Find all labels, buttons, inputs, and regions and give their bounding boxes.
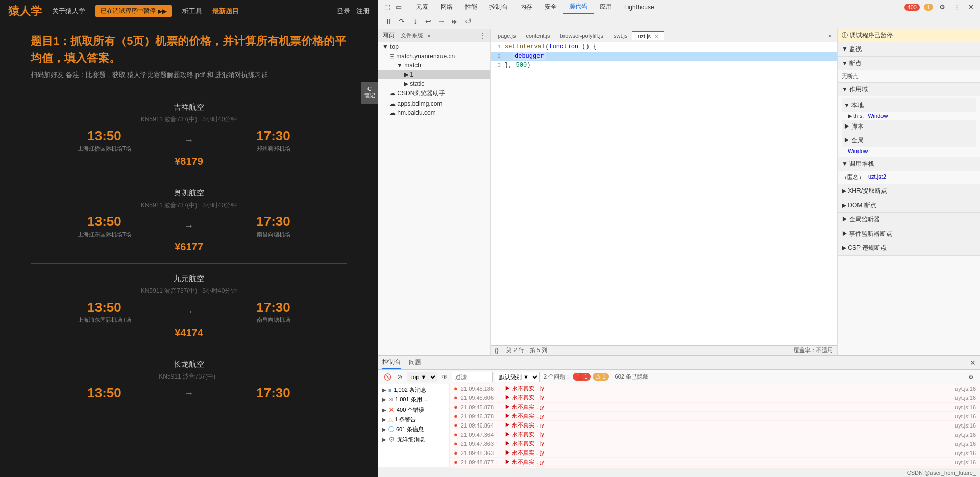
console-log-entry[interactable]: ● 21:09:47.863 ▶ 永不真实，jy uyt.js:16 <box>450 439 980 448</box>
dom-breakpoints-header[interactable]: ▶ DOM 断点 <box>838 198 980 212</box>
scope-header[interactable]: ▼ 作用域 <box>838 83 980 96</box>
code-tab-uzt.js[interactable]: uzt.js ✕ <box>632 31 664 40</box>
summary-warnings[interactable]: ▶ △ 1 条警告 <box>378 415 449 424</box>
nav-about[interactable]: 关于猿人学 <box>52 7 85 16</box>
entry-file-link[interactable]: uyt.js:16 <box>955 404 976 410</box>
entry-file-link[interactable]: uyt.js:16 <box>955 422 976 429</box>
entry-file-link[interactable]: uyt.js:16 <box>955 441 976 447</box>
callstack-header[interactable]: ▼ 调用堆栈 <box>838 157 980 171</box>
entry-message[interactable]: ▶ 永不真实，jy <box>505 458 544 466</box>
summary-user[interactable]: ▶ ⊝ 1,001 条用… <box>378 395 449 405</box>
console-tab-console[interactable]: 控制台 <box>382 356 401 369</box>
xhr-header[interactable]: ▶ XHR/提取断点 <box>838 184 980 198</box>
devtools-tab-性能[interactable]: 性能 <box>459 0 483 14</box>
close-console-icon[interactable]: ✕ <box>970 359 976 367</box>
console-log-entry[interactable]: ● 21:09:46.864 ▶ 永不真实，jy uyt.js:16 <box>450 421 980 430</box>
console-log-entry[interactable]: ● 21:09:48.363 ▶ 永不真实，jy uyt.js:16 <box>450 448 980 458</box>
tree-item[interactable]: ⊟ match.yuanrenxue.cn <box>378 52 490 61</box>
code-line-3[interactable]: 3}, 500) <box>491 61 837 70</box>
code-tab-swt.js[interactable]: swt.js <box>608 32 633 40</box>
nav-login[interactable]: 登录 <box>337 7 350 16</box>
console-log-entry[interactable]: ● 21:09:45.606 ▶ 永不真实，jy uyt.js:16 <box>450 393 980 403</box>
entry-message[interactable]: ▶ 永不真实，jy <box>505 449 544 457</box>
script-scope-header[interactable]: ▶ 脚本 <box>842 120 976 134</box>
entry-message[interactable]: ▶ 永不真实，jy <box>505 385 544 392</box>
tree-item[interactable]: ☁ hm.baidu.com <box>378 108 490 117</box>
devtools-tab-lighthouse[interactable]: Lighthouse <box>618 0 660 14</box>
entry-message[interactable]: ▶ 永不真实，jy <box>505 412 544 420</box>
step-out-btn[interactable]: ↩ <box>422 15 434 28</box>
devtools-tab-元素[interactable]: 元素 <box>410 0 434 14</box>
devtools-tab-内存[interactable]: 内存 <box>514 0 538 14</box>
console-level-select[interactable]: 默认级别 ▼ <box>495 372 540 382</box>
console-log-entry[interactable]: ● 21:09:46.378 ▶ 永不真实，jy uyt.js:16 <box>450 412 980 421</box>
devtools-mobile-icon[interactable]: ▭ <box>394 2 404 12</box>
step-into-btn[interactable]: ⤵ <box>409 15 421 28</box>
nav-best[interactable]: 最新题目 <box>212 7 239 16</box>
entry-message[interactable]: ▶ 永不真实，jy <box>505 431 544 438</box>
tree-item[interactable]: ▼ top <box>378 42 490 52</box>
devtools-tab-控制台[interactable]: 控制台 <box>483 0 514 14</box>
entry-message[interactable]: ▶ 永不真实，jy <box>505 421 544 429</box>
entry-file-link[interactable]: uyt.js:16 <box>955 432 976 438</box>
summary-messages[interactable]: ▶ ≡ 1,002 条消息 <box>378 385 449 395</box>
devtools-inspect-icon[interactable]: ⬚ <box>382 2 393 12</box>
code-tab-browser-polyfill.js[interactable]: browser-polyfill.js <box>555 32 608 40</box>
console-log-entry[interactable]: ● 21:09:47.364 ▶ 永不真实，jy uyt.js:16 <box>450 430 980 439</box>
event-listeners-header[interactable]: ▶ 事件监听器断点 <box>838 227 980 241</box>
step-btn[interactable]: → <box>435 15 448 28</box>
console-log-entry[interactable]: ● 21:09:45.878 ▶ 永不真实，jy uyt.js:16 <box>450 403 980 412</box>
console-eye-icon[interactable]: 👁 <box>439 372 450 382</box>
console-tab-issues[interactable]: 问题 <box>409 356 421 369</box>
devtools-tab-源代码[interactable]: 源代码 <box>563 0 594 14</box>
disable-async-btn[interactable]: ⏎ <box>462 15 474 28</box>
entry-file-link[interactable]: uyt.js:16 <box>955 413 976 419</box>
close-devtools-icon[interactable]: ✕ <box>966 2 976 12</box>
paused-button[interactable]: 已在调试程序中暂停 ▶▶ <box>95 5 172 17</box>
console-settings-icon[interactable]: ⚙ <box>966 372 976 382</box>
entry-file-link[interactable]: uyt.js:16 <box>955 459 976 465</box>
tree-item[interactable]: ☁ apps.bdimg.com <box>378 99 490 108</box>
csp-header[interactable]: ▶ CSP 违规断点 <box>838 241 980 255</box>
code-tabs-more[interactable]: » <box>825 31 835 40</box>
console-top-selector[interactable]: top ▼ <box>407 372 437 382</box>
deactivate-btn[interactable]: ⏭ <box>449 15 461 28</box>
entry-message[interactable]: ▶ 永不真实，jy <box>505 403 544 411</box>
close-tab-icon[interactable]: ✕ <box>654 34 658 39</box>
console-log-entry[interactable]: ● 21:09:45.186 ▶ 永不真实，jy uyt.js:16 <box>450 384 980 393</box>
code-tab-page.js[interactable]: page.js <box>493 32 521 40</box>
tree-item[interactable]: ▼ match <box>378 61 490 70</box>
code-line-2[interactable]: 2debugger <box>491 52 837 61</box>
entry-file-link[interactable]: uyt.js:16 <box>955 386 976 392</box>
code-line-1[interactable]: 1setInterval(function () { <box>491 42 837 52</box>
summary-errors[interactable]: ▶ ✕ 400 个错误 <box>378 405 449 415</box>
breakpoints-header[interactable]: ▼ 断点 <box>838 57 980 70</box>
step-over-btn[interactable]: ↷ <box>396 15 408 28</box>
entry-message[interactable]: ▶ 永不真实，jy <box>505 440 544 447</box>
devtools-tab-网络[interactable]: 网络 <box>434 0 459 14</box>
anon-file[interactable]: uzt.js:2 <box>868 173 886 181</box>
float-notes-button[interactable]: C 笔记 <box>361 82 378 104</box>
summary-verbose[interactable]: ▶ ⚙ 无详细消息 <box>378 434 449 444</box>
vertical-dots-icon[interactable]: ⋮ <box>951 2 962 12</box>
watch-header[interactable]: ▼ 监视 <box>838 42 980 56</box>
nav-register[interactable]: 注册 <box>356 7 370 16</box>
global-scope-header[interactable]: ▶ 全局 <box>842 134 976 147</box>
tree-item[interactable]: ▶ 1 <box>378 70 490 79</box>
nav-tools[interactable]: 析工具 <box>182 7 202 16</box>
console-log-entry[interactable]: ● 21:09:48.877 ▶ 永不真实，jy uyt.js:16 <box>450 458 980 467</box>
tree-item[interactable]: ▶ static <box>378 79 490 88</box>
clear-console-icon[interactable]: 🚫 <box>382 372 393 382</box>
summary-info[interactable]: ▶ ⓘ 601 条信息 <box>378 424 449 434</box>
tree-menu-icon[interactable]: ⋮ <box>479 32 486 40</box>
tree-more-icon[interactable]: » <box>427 32 431 39</box>
entry-file-link[interactable]: uyt.js:16 <box>955 395 976 401</box>
devtools-tab-安全[interactable]: 安全 <box>538 0 563 14</box>
devtools-tab-应用[interactable]: 应用 <box>594 0 618 14</box>
code-tab-content.js[interactable]: content.js <box>521 32 555 40</box>
entry-message[interactable]: ▶ 永不真实，jy <box>505 394 544 401</box>
pause-resume-btn[interactable]: ⏸ <box>382 15 395 28</box>
console-filter-input[interactable] <box>452 372 493 382</box>
global-listeners-header[interactable]: ▶ 全局监听器 <box>838 213 980 227</box>
console-filter-icon[interactable]: ⊘ <box>395 372 405 382</box>
